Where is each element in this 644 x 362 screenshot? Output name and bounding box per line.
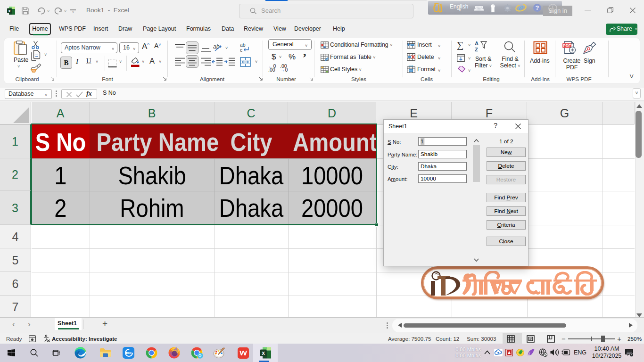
- svg-text:x: x: [8, 8, 10, 13]
- svg-text:?: ?: [536, 4, 539, 11]
- svg-text:A: A: [475, 41, 479, 46]
- svg-text:REC: REC: [126, 352, 132, 354]
- svg-text:x: x: [262, 350, 265, 356]
- svg-text:PDF: PDF: [563, 43, 571, 48]
- svg-text:ab: ab: [213, 43, 220, 50]
- svg-text:Z: Z: [475, 47, 478, 52]
- svg-text:c: c: [240, 47, 242, 53]
